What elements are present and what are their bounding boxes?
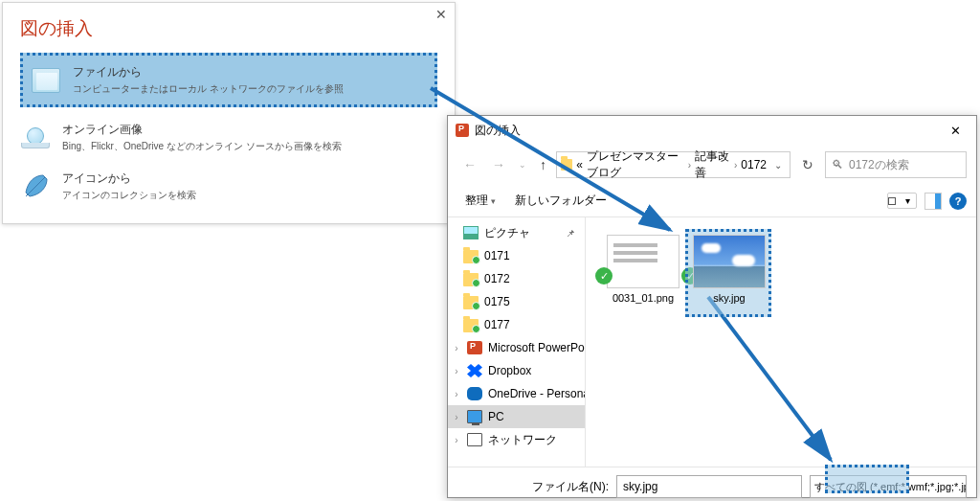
feather-icon	[20, 173, 51, 200]
folder-icon	[463, 296, 479, 309]
file-item[interactable]: ✓ sky.jpg	[691, 235, 768, 304]
dropbox-icon	[467, 364, 482, 377]
dialog-close-icon[interactable]: ✕	[936, 119, 974, 142]
breadcrumb[interactable]: « プレゼンマスターブログ › 記事改善 › 0172 ⌄	[556, 151, 791, 178]
nav-back-icon[interactable]: ←	[457, 153, 482, 176]
tree-item[interactable]: ›PC	[448, 405, 585, 428]
panel-title: 図の挿入	[3, 3, 455, 47]
folder-icon	[463, 319, 479, 332]
file-list[interactable]: ✓ 0031_01.png ✓ sky.jpg	[586, 217, 976, 467]
expand-icon[interactable]: ›	[452, 412, 461, 422]
filename-label: ファイル名(N):	[532, 479, 609, 495]
view-toggle[interactable]: ▾	[887, 193, 917, 209]
file-open-dialog: 図の挿入 ✕ ← → ⌄ ↑ « プレゼンマスターブログ › 記事改善 › 01…	[447, 115, 977, 498]
option-from-icons[interactable]: アイコンから アイコンのコレクションを検索	[3, 162, 455, 211]
nav-forward-icon[interactable]: →	[486, 153, 511, 176]
pc-icon	[467, 410, 482, 423]
thumbnail	[693, 235, 766, 288]
preview-pane-icon[interactable]	[924, 193, 942, 210]
organize-menu[interactable]: 整理	[457, 189, 503, 213]
tree-item[interactable]: ›ネットワーク	[448, 428, 585, 451]
dialog-titlebar: 図の挿入 ✕	[448, 116, 976, 145]
new-folder-button[interactable]: 新しいフォルダー	[507, 189, 614, 213]
search-icon: 🔍︎	[832, 158, 843, 171]
sync-check-icon: ✓	[595, 267, 612, 285]
pictures-icon	[463, 226, 479, 239]
tree-item[interactable]: 0171	[448, 244, 585, 267]
tree-item[interactable]: ›Microsoft PowerPoint	[448, 336, 585, 359]
thumbnail	[607, 235, 679, 288]
option-from-file[interactable]: ファイルから コンピューターまたはローカル ネットワークのファイルを参照	[20, 53, 437, 107]
tree-item[interactable]: ›OneDrive - Personal	[448, 382, 585, 405]
help-icon[interactable]: ?	[949, 193, 967, 210]
network-icon	[467, 433, 482, 446]
expand-icon[interactable]: ›	[452, 389, 461, 399]
tree-item[interactable]: 0175	[448, 290, 585, 313]
close-icon[interactable]: ✕	[435, 8, 447, 21]
file-item[interactable]: ✓ 0031_01.png	[605, 235, 681, 304]
tree-item[interactable]: ピクチャ📌︎	[448, 221, 585, 244]
file-picture-icon	[31, 66, 61, 95]
refresh-icon[interactable]: ↻	[794, 151, 821, 178]
chevron-down-icon[interactable]: ⌄	[770, 160, 786, 171]
filename-input[interactable]	[616, 475, 802, 498]
online-images-icon	[20, 124, 51, 152]
expand-icon[interactable]: ›	[452, 343, 461, 353]
tree-item[interactable]: ›Dropbox	[448, 359, 585, 382]
folder-tree[interactable]: ピクチャ📌︎ 0171 0172 0175 0177 ›Microsoft Po…	[448, 217, 586, 467]
tree-item[interactable]: 0177	[448, 313, 585, 336]
onedrive-icon	[467, 387, 482, 400]
file-type-filter[interactable]: すべての図 (*.emf;*.wmf;*.jpg;*.jp⌄	[810, 475, 967, 498]
expand-icon[interactable]: ›	[452, 366, 461, 376]
option-online-images[interactable]: オンライン画像 Bing、Flickr、OneDrive などのオンライン ソー…	[3, 113, 455, 162]
folder-icon	[463, 273, 479, 286]
pin-icon: 📌︎	[566, 228, 575, 239]
nav-history-icon[interactable]: ⌄	[515, 156, 530, 173]
expand-icon[interactable]: ›	[452, 435, 461, 445]
powerpoint-icon	[456, 124, 469, 137]
dialog-title: 図の挿入	[475, 123, 521, 139]
tree-item[interactable]: 0172	[448, 267, 585, 290]
folder-icon	[463, 250, 479, 263]
folder-icon	[561, 159, 572, 171]
insert-picture-panel: ✕ 図の挿入 ファイルから コンピューターまたはローカル ネットワークのファイル…	[2, 2, 456, 224]
search-input[interactable]: 🔍︎ 0172の検索	[825, 151, 967, 178]
nav-up-icon[interactable]: ↑	[534, 153, 552, 176]
powerpoint-icon	[467, 341, 482, 354]
